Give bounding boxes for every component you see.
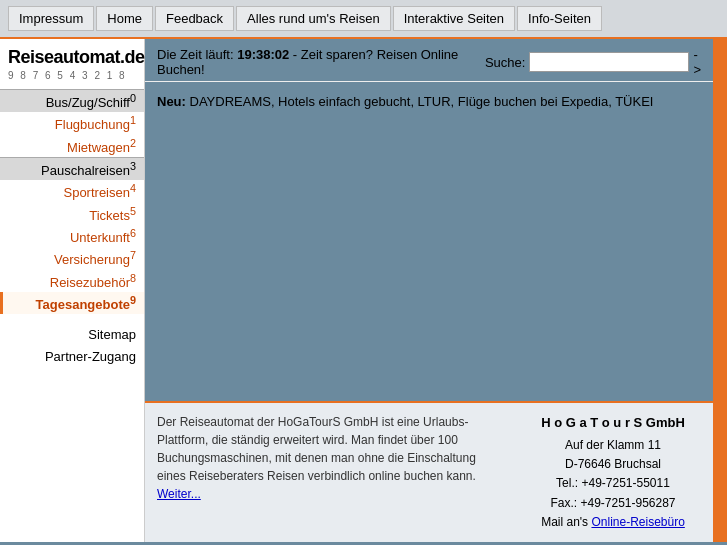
company-name: H o G a T o u r S GmbH [525,413,701,434]
nav-feedback[interactable]: Feedback [155,6,234,31]
sidebar-item-bus[interactable]: Bus/Zug/Schiff0 [0,89,144,112]
sidebar-partner[interactable]: Partner-Zugang [8,346,136,368]
info-bar: Die Zeit läuft: 19:38:02 - Zeit sparen? … [145,39,713,82]
nav-interaktive[interactable]: Interaktive Seiten [393,6,515,31]
sidebar-item-flug[interactable]: Flugbuchung1 [0,112,144,134]
nav-info[interactable]: Info-Seiten [517,6,602,31]
search-bar: Suche: -> [485,47,701,77]
footer-description: Der Reiseautomat der HoGaTourS GmbH ist … [145,403,513,542]
time-prefix: Die Zeit läuft: [157,47,237,62]
sidebar-bottom: Sitemap Partner-Zugang [0,314,144,368]
company-address1: Auf der Klamm 11 [525,436,701,455]
right-accent [713,39,727,542]
site-subtitle: 9 8 7 6 5 4 3 2 1 8 [0,70,144,89]
sidebar-sitemap[interactable]: Sitemap [8,324,136,346]
sidebar-link-pauschal[interactable]: Pauschalreisen3 [0,157,144,180]
sidebar-link-tickets[interactable]: Tickets5 [0,203,144,225]
footer: Der Reiseautomat der HoGaTourS GmbH ist … [145,401,713,542]
news-items-text: DAYDREAMS, Hotels einfach gebucht, LTUR,… [190,94,654,109]
sidebar-item-sport[interactable]: Sportreisen4 [0,180,144,202]
nav-home[interactable]: Home [96,6,153,31]
search-arrow[interactable]: -> [693,47,701,77]
sidebar-link-bus[interactable]: Bus/Zug/Schiff0 [0,89,144,112]
sidebar-link-versicherung[interactable]: Versicherung7 [0,247,144,269]
sidebar-item-versicherung[interactable]: Versicherung7 [0,247,144,269]
nav-impressum[interactable]: Impressum [8,6,94,31]
search-label: Suche: [485,55,525,70]
nav-alles[interactable]: Alles rund um's Reisen [236,6,391,31]
company-fax: Fax.: +49-7251-956287 [525,494,701,513]
footer-text: Der Reiseautomat der HoGaTourS GmbH ist … [157,415,476,483]
sidebar-link-sport[interactable]: Sportreisen4 [0,180,144,202]
mail-link[interactable]: Online-Reisebüro [591,515,684,529]
time-info: Die Zeit läuft: 19:38:02 - Zeit sparen? … [157,47,485,77]
sidebar-item-reisezubehor[interactable]: Reisezubehör8 [0,270,144,292]
sidebar-link-tages[interactable]: Tagesangebote9 [0,292,144,314]
sidebar-item-unterkunft[interactable]: Unterkunft6 [0,225,144,247]
top-navigation: Impressum Home Feedback Alles rund um's … [0,0,727,39]
sidebar-item-tages[interactable]: Tagesangebote9 [0,292,144,314]
sidebar-link-mietwagen[interactable]: Mietwagen2 [0,135,144,157]
sidebar-item-tickets[interactable]: Tickets5 [0,203,144,225]
mail-prefix: Mail an's [541,515,591,529]
content-area: Die Zeit läuft: 19:38:02 - Zeit sparen? … [145,39,713,542]
company-tel: Tel.: +49-7251-55011 [525,474,701,493]
time-value: 19:38:02 [237,47,289,62]
sidebar: Reiseautomat.de 9 8 7 6 5 4 3 2 1 8 Bus/… [0,39,145,542]
sidebar-link-unterkunft[interactable]: Unterkunft6 [0,225,144,247]
sidebar-item-pauschal[interactable]: Pauschalreisen3 [0,157,144,180]
company-mail: Mail an's Online-Reisebüro [525,513,701,532]
sidebar-menu: Bus/Zug/Schiff0 Flugbuchung1 Mietwagen2 … [0,89,144,314]
footer-more-link[interactable]: Weiter... [157,487,201,501]
company-address2: D-76646 Bruchsal [525,455,701,474]
sidebar-link-reisezubehor[interactable]: Reisezubehör8 [0,270,144,292]
news-section: Neu: DAYDREAMS, Hotels einfach gebucht, … [157,92,701,112]
site-title: Reiseautomat.de [0,39,144,70]
search-input[interactable] [529,52,689,72]
sidebar-link-flug[interactable]: Flugbuchung1 [0,112,144,134]
sidebar-item-mietwagen[interactable]: Mietwagen2 [0,135,144,157]
main-content: Neu: DAYDREAMS, Hotels einfach gebucht, … [145,82,713,401]
news-label: Neu: [157,94,186,109]
footer-company: H o G a T o u r S GmbH Auf der Klamm 11 … [513,403,713,542]
